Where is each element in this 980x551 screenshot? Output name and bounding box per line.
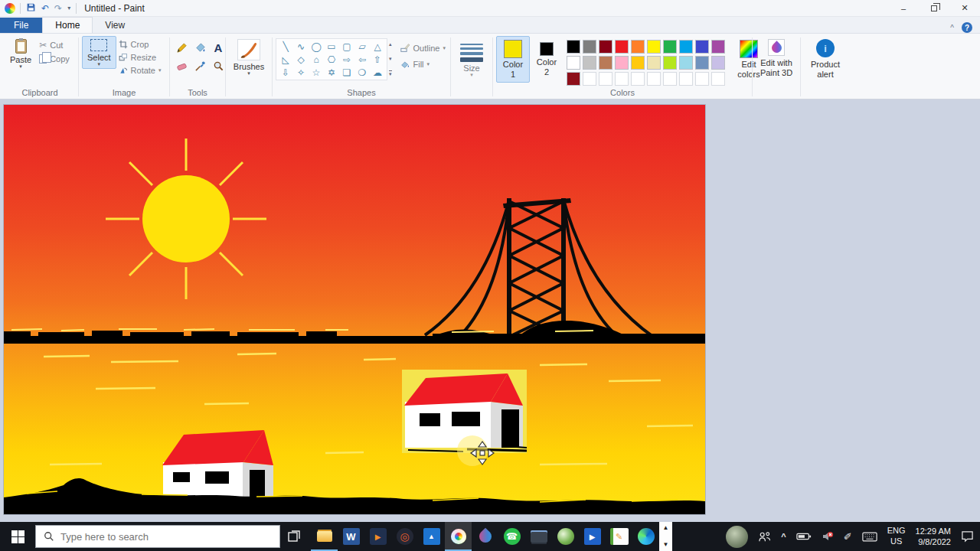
shapes-more-button[interactable]: ▾	[389, 70, 392, 77]
magnifier-tool-button[interactable]	[210, 57, 227, 74]
palette-color-1-3[interactable]	[615, 56, 629, 70]
taskbar-search[interactable]	[35, 525, 280, 548]
edit-with-paint3d-button[interactable]: Edit with Paint 3D	[751, 36, 802, 80]
palette-color-0-1[interactable]	[583, 40, 596, 54]
text-tool-button[interactable]: A	[210, 39, 227, 56]
palette-color-0-5[interactable]	[647, 40, 661, 54]
copy-button[interactable]: Copy	[37, 54, 72, 64]
color1-button[interactable]: Color 1	[496, 36, 530, 83]
taskbar-app-word[interactable]: W	[338, 522, 364, 551]
palette-color-2-6[interactable]	[663, 72, 677, 86]
shape-rounded-rectangle[interactable]: ▢	[339, 40, 354, 53]
shape-five-point-star[interactable]: ☆	[309, 66, 324, 79]
palette-color-2-0[interactable]	[567, 72, 580, 86]
shape-triangle[interactable]: △	[370, 40, 385, 53]
palette-color-1-8[interactable]	[695, 56, 709, 70]
shape-oval-callout[interactable]: ❍	[354, 66, 370, 79]
palette-color-1-2[interactable]	[599, 56, 612, 70]
undo-button[interactable]: ↶	[41, 4, 49, 13]
taskbar-app-edge[interactable]	[632, 522, 659, 551]
palette-color-1-9[interactable]	[711, 56, 725, 70]
palette-color-2-8[interactable]	[695, 72, 709, 86]
taskbar-app-file-explorer[interactable]	[311, 522, 338, 551]
taskbar-app-sphere-app[interactable]	[552, 522, 579, 551]
shape-left-arrow[interactable]: ⇦	[354, 53, 370, 66]
taskbar-app-photos[interactable]: ▲	[418, 522, 445, 551]
shape-rounded-callout[interactable]: ❏	[339, 66, 354, 79]
volume-muted-icon[interactable]	[822, 531, 834, 542]
select-button[interactable]: Select ▾	[82, 36, 116, 69]
color2-button[interactable]: Color 2	[530, 36, 564, 80]
palette-color-1-5[interactable]	[647, 56, 661, 70]
start-button[interactable]	[0, 522, 35, 551]
palette-color-0-2[interactable]	[599, 40, 612, 54]
palette-color-0-3[interactable]	[615, 40, 629, 54]
shape-cloud-callout[interactable]: ☁	[370, 66, 385, 79]
pen-icon[interactable]: ✐	[844, 532, 852, 542]
shape-polygon[interactable]: ▱	[354, 40, 370, 53]
people-icon[interactable]	[758, 531, 771, 543]
shape-right-arrow[interactable]: ⇨	[339, 53, 354, 66]
shape-curve[interactable]: ∿	[293, 40, 309, 53]
palette-color-0-4[interactable]	[631, 40, 645, 54]
taskbar-app-movies-tv[interactable]: ▶	[579, 522, 606, 551]
palette-color-0-8[interactable]	[695, 40, 709, 54]
taskbar-app-paint[interactable]	[445, 522, 472, 551]
paste-button[interactable]: Paste ▾	[5, 36, 37, 71]
tab-view[interactable]: View	[93, 18, 137, 33]
shape-hexagon[interactable]: ⎔	[324, 53, 339, 66]
shapes-scroll-up-button[interactable]: ▴	[389, 41, 392, 47]
palette-color-1-7[interactable]	[679, 56, 693, 70]
restore-button[interactable]	[919, 0, 949, 16]
palette-color-0-7[interactable]	[679, 40, 693, 54]
tab-home[interactable]: Home	[42, 17, 93, 33]
shape-pentagon[interactable]: ⌂	[309, 53, 324, 66]
rotate-button[interactable]: Rotate ▾	[116, 65, 164, 76]
crop-button[interactable]: Crop	[116, 39, 164, 50]
fill-button[interactable]: Fill ▾	[398, 58, 448, 70]
taskbar-app-notes[interactable]: ✎	[606, 522, 632, 551]
paint-canvas[interactable]	[4, 105, 705, 514]
shape-diamond[interactable]: ◇	[293, 53, 309, 66]
cut-button[interactable]: ✂ Cut	[37, 39, 72, 51]
taskbar-app-media-player[interactable]: ▶	[364, 522, 391, 551]
shape-up-arrow[interactable]: ⇧	[370, 53, 385, 66]
touch-keyboard-icon[interactable]	[862, 532, 877, 542]
help-button[interactable]: ?	[962, 22, 972, 33]
size-button[interactable]: Size ▾	[455, 36, 488, 80]
task-view-button[interactable]	[280, 522, 308, 551]
save-button[interactable]	[26, 2, 36, 15]
user-avatar[interactable]	[726, 526, 748, 548]
fill-tool-button[interactable]	[191, 39, 208, 56]
palette-color-1-0[interactable]	[567, 56, 580, 70]
taskbar-app-groove-music[interactable]: ◎	[391, 522, 418, 551]
shape-oval[interactable]: ◯	[309, 40, 324, 53]
language-indicator[interactable]: ENG US	[887, 526, 906, 547]
shape-six-point-star[interactable]: ✡	[324, 66, 339, 79]
tab-file[interactable]: File	[0, 18, 42, 33]
redo-button[interactable]: ↷	[54, 4, 62, 13]
taskbar-app-krita[interactable]	[472, 522, 498, 551]
resize-button[interactable]: Resize	[116, 52, 164, 63]
shape-down-arrow[interactable]: ⇩	[278, 66, 293, 79]
palette-color-2-3[interactable]	[615, 72, 629, 86]
customize-quick-access-button[interactable]: ▾	[67, 5, 70, 11]
shape-right-triangle[interactable]: ◺	[278, 53, 293, 66]
pencil-tool-button[interactable]	[173, 39, 190, 56]
palette-color-1-4[interactable]	[631, 56, 645, 70]
taskbar-app-whatsapp[interactable]: ☎	[498, 522, 525, 551]
brushes-button[interactable]: Brushes ▾	[228, 36, 270, 78]
clock[interactable]: 12:29 AM 9/8/2022	[916, 526, 951, 548]
palette-color-0-6[interactable]	[663, 40, 677, 54]
palette-color-0-9[interactable]	[711, 40, 725, 54]
collapse-ribbon-button[interactable]: ^	[950, 24, 954, 32]
palette-color-2-2[interactable]	[599, 72, 612, 86]
palette-color-2-5[interactable]	[647, 72, 661, 86]
outline-button[interactable]: Outline ▾	[398, 42, 448, 54]
shapes-scroll-down-button[interactable]: ▾	[389, 56, 392, 62]
minimize-button[interactable]: –	[888, 0, 919, 16]
palette-color-1-1[interactable]	[583, 56, 596, 70]
taskbar-overflow-scrollbar[interactable]: ▲ ▼	[659, 522, 672, 551]
close-button[interactable]: ✕	[949, 0, 980, 16]
search-input[interactable]	[60, 531, 252, 543]
